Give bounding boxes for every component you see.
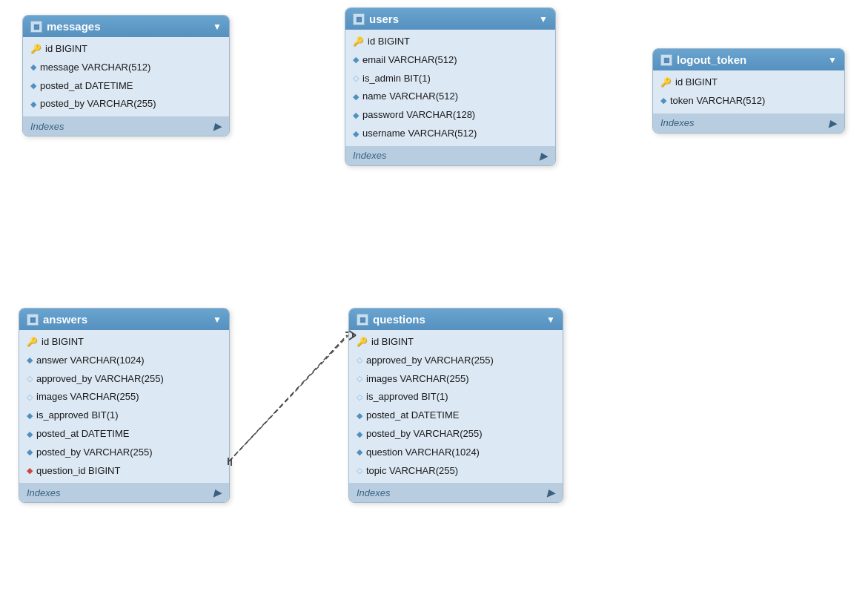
indexes-users[interactable]: Indexes ▶	[345, 146, 555, 165]
col-null-icon: ◇	[27, 372, 33, 386]
field-answers-question_id: ◆ question_id BIGINT	[19, 462, 229, 481]
table-icon-messages: ▦	[30, 21, 42, 33]
pk-icon: 🔑	[30, 42, 42, 56]
field-text: question_id BIGINT	[36, 464, 120, 479]
table-dropdown-messages[interactable]: ▼	[213, 22, 222, 32]
indexes-label: Indexes	[357, 487, 391, 498]
table-dropdown-logout_token[interactable]: ▼	[828, 55, 837, 65]
field-questions-id: 🔑 id BIGINT	[349, 333, 563, 352]
pk-icon: 🔑	[353, 35, 364, 49]
field-users-email: ◆ email VARCHAR(512)	[345, 51, 555, 70]
pk-icon: 🔑	[27, 335, 38, 349]
indexes-label: Indexes	[30, 121, 64, 132]
indexes-arrow: ▶	[547, 487, 555, 498]
indexes-arrow: ▶	[213, 487, 222, 498]
col-icon: ◆	[30, 98, 36, 111]
field-answers-posted_by: ◆ posted_by VARCHAR(255)	[19, 444, 229, 462]
field-text: id BIGINT	[45, 42, 87, 57]
col-icon: ◆	[357, 428, 362, 441]
indexes-label: Indexes	[27, 487, 61, 498]
field-logout_token-token: ◆ token VARCHAR(512)	[653, 92, 844, 111]
indexes-arrow: ▶	[829, 117, 837, 129]
col-icon: ◆	[27, 428, 33, 441]
field-text: posted_by VARCHAR(255)	[366, 426, 483, 442]
field-users-password: ◆ password VARCHAR(128)	[345, 106, 555, 125]
pk-icon: 🔑	[660, 76, 672, 90]
col-null-icon: ◇	[357, 372, 362, 386]
field-text: username VARCHAR(512)	[362, 126, 477, 142]
indexes-label: Indexes	[353, 150, 387, 161]
indexes-answers[interactable]: Indexes ▶	[19, 483, 229, 502]
table-fields-questions: 🔑 id BIGINT ◇ approved_by VARCHAR(255) ◇…	[349, 330, 563, 483]
table-name-questions: questions	[373, 313, 425, 326]
field-answers-is_approved: ◆ is_approved BIT(1)	[19, 406, 229, 425]
indexes-arrow: ▶	[213, 120, 222, 132]
col-null-icon: ◇	[27, 391, 33, 404]
field-users-is_admin: ◇ is_admin BIT(1)	[345, 70, 555, 88]
field-text: is_approved BIT(1)	[366, 389, 448, 405]
field-text: approved_by VARCHAR(255)	[36, 372, 164, 387]
field-text: topic VARCHAR(255)	[366, 464, 458, 479]
table-questions[interactable]: ▦ questions ▼ 🔑 id BIGINT ◇ approved_by …	[348, 308, 563, 503]
table-header-questions: ▦ questions ▼	[349, 309, 563, 330]
field-answers-id: 🔑 id BIGINT	[19, 333, 229, 352]
table-header-answers: ▦ answers ▼	[19, 309, 229, 330]
table-dropdown-questions[interactable]: ▼	[546, 314, 555, 325]
table-name-messages: messages	[47, 20, 101, 33]
col-null-icon: ◇	[357, 391, 362, 404]
indexes-logout_token[interactable]: Indexes ▶	[653, 113, 844, 133]
col-icon: ◆	[30, 61, 36, 74]
table-fields-users: 🔑 id BIGINT ◆ email VARCHAR(512) ◇ is_ad…	[345, 30, 555, 146]
field-text: name VARCHAR(512)	[362, 89, 458, 105]
field-text: is_admin BIT(1)	[362, 71, 431, 87]
field-questions-posted_by: ◆ posted_by VARCHAR(255)	[349, 425, 563, 444]
field-text: question VARCHAR(1024)	[366, 445, 480, 461]
field-questions-is_approved: ◇ is_approved BIT(1)	[349, 388, 563, 406]
field-text: images VARCHAR(255)	[366, 372, 468, 387]
indexes-arrow: ▶	[540, 150, 548, 162]
field-messages-posted_by: ◆ posted_by VARCHAR(255)	[23, 95, 229, 113]
table-icon-logout_token: ▦	[660, 54, 672, 66]
field-text: answer VARCHAR(1024)	[36, 353, 145, 369]
field-messages-message: ◆ message VARCHAR(512)	[23, 59, 229, 77]
indexes-questions[interactable]: Indexes ▶	[349, 483, 563, 502]
table-name-answers: answers	[43, 313, 87, 326]
table-users[interactable]: ▦ users ▼ 🔑 id BIGINT ◆ email VARCHAR(51…	[345, 7, 556, 166]
field-users-name: ◆ name VARCHAR(512)	[345, 88, 555, 106]
table-header-logout_token: ▦ logout_token ▼	[653, 49, 844, 70]
field-logout_token-id: 🔑 id BIGINT	[653, 73, 844, 92]
table-name-users: users	[369, 13, 399, 25]
table-logout_token[interactable]: ▦ logout_token ▼ 🔑 id BIGINT ◆ token VAR…	[652, 48, 845, 134]
col-null-icon: ◇	[357, 354, 362, 367]
col-icon: ◆	[353, 109, 359, 122]
table-icon-answers: ▦	[27, 314, 39, 326]
field-messages-id: 🔑 id BIGINT	[23, 40, 229, 59]
indexes-messages[interactable]: Indexes ▶	[23, 116, 229, 136]
field-answers-images: ◇ images VARCHAR(255)	[19, 388, 229, 406]
field-text: token VARCHAR(512)	[670, 93, 765, 109]
col-icon: ◆	[27, 354, 33, 367]
field-text: id BIGINT	[42, 335, 84, 350]
table-answers[interactable]: ▦ answers ▼ 🔑 id BIGINT ◆ answer VARCHAR…	[19, 308, 230, 503]
table-dropdown-answers[interactable]: ▼	[213, 314, 222, 325]
table-name-logout_token: logout_token	[677, 53, 746, 66]
table-icon-questions: ▦	[357, 314, 368, 326]
table-dropdown-users[interactable]: ▼	[539, 14, 548, 24]
fk-icon: ◆	[27, 464, 33, 478]
db-canvas: ▦ messages ▼ 🔑 id BIGINT ◆ message VARCH…	[0, 0, 868, 603]
field-text: is_approved BIT(1)	[36, 408, 119, 424]
field-text: id BIGINT	[675, 75, 718, 90]
col-icon: ◆	[353, 53, 359, 67]
field-answers-approved_by: ◇ approved_by VARCHAR(255)	[19, 370, 229, 389]
indexes-label: Indexes	[660, 117, 695, 128]
col-icon: ◆	[353, 90, 359, 104]
col-icon: ◆	[357, 409, 362, 423]
col-icon: ◆	[660, 94, 666, 108]
col-icon: ◆	[27, 409, 33, 423]
field-text: password VARCHAR(128)	[362, 108, 475, 123]
table-fields-answers: 🔑 id BIGINT ◆ answer VARCHAR(1024) ◇ app…	[19, 330, 229, 483]
col-null-icon: ◇	[353, 72, 359, 85]
field-text: message VARCHAR(512)	[40, 60, 150, 76]
table-messages[interactable]: ▦ messages ▼ 🔑 id BIGINT ◆ message VARCH…	[22, 15, 230, 136]
field-questions-topic: ◇ topic VARCHAR(255)	[349, 462, 563, 481]
